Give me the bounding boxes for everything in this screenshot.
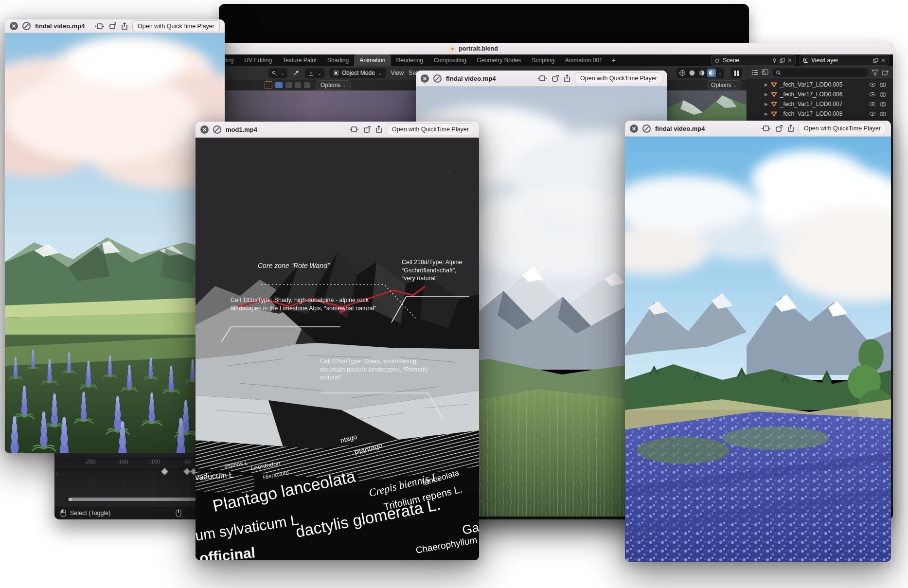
close-icon[interactable] xyxy=(200,125,209,134)
disable-render-camera-icon[interactable] xyxy=(880,92,886,97)
trim-icon[interactable] xyxy=(95,23,105,30)
tab-uv-editing[interactable]: UV Editing xyxy=(239,54,277,66)
fullscreen-icon[interactable] xyxy=(775,125,783,132)
close-icon[interactable] xyxy=(421,74,429,83)
timeline-tick: -150 xyxy=(117,459,128,464)
open-with-quicktime-button[interactable]: Open with QuickTime Player xyxy=(387,124,474,135)
hide-eye-icon[interactable] xyxy=(869,82,876,87)
expand-arrow-icon[interactable]: ▶ xyxy=(765,111,768,116)
tab-animation-001[interactable]: Animation.001 xyxy=(560,54,608,66)
filter-display-icon[interactable] xyxy=(762,69,769,76)
options-left-button[interactable]: Options⌄ xyxy=(316,80,351,90)
share-icon[interactable] xyxy=(121,22,128,30)
tool-icon[interactable] xyxy=(295,82,301,88)
flower-valley-scene xyxy=(625,137,891,562)
scroll-thumb-cap xyxy=(69,498,72,501)
tool-icon[interactable] xyxy=(285,82,292,88)
restricted-icon xyxy=(642,125,651,133)
fullscreen-icon[interactable] xyxy=(552,75,559,82)
fullscreen-icon[interactable] xyxy=(363,126,371,133)
trim-icon[interactable] xyxy=(761,125,771,132)
expand-arrow-icon[interactable]: ▶ xyxy=(765,92,768,97)
shading-solid-icon[interactable] xyxy=(688,69,696,77)
outliner-row[interactable]: ▶ _fech_Var17_LOD0.008 xyxy=(747,109,893,119)
shading-material-icon[interactable] xyxy=(697,69,706,77)
restricted-icon xyxy=(22,22,31,30)
editor-type-icon xyxy=(271,70,278,76)
timeline-tick: -50 xyxy=(183,459,192,464)
tab-rendering[interactable]: Rendering xyxy=(391,54,428,66)
outliner-row[interactable]: ▶ _fech_Var17_LOD0.007 xyxy=(747,99,893,109)
filter-funnel-icon[interactable] xyxy=(872,70,879,76)
tab-compositing[interactable]: Compositing xyxy=(428,54,472,66)
add-workspace-button[interactable]: + xyxy=(608,54,620,66)
mesh-object-icon xyxy=(771,92,777,97)
hide-eye-icon[interactable] xyxy=(869,111,876,116)
restricted-icon xyxy=(433,74,442,83)
mesh-object-icon xyxy=(771,111,777,117)
object-mode-dropdown[interactable]: Object Mode ⌄ xyxy=(329,68,386,78)
outliner-search-input[interactable] xyxy=(772,68,869,77)
expand-arrow-icon[interactable]: ▶ xyxy=(765,82,768,87)
tab-animation[interactable]: Animation xyxy=(354,54,391,66)
share-icon[interactable] xyxy=(787,125,794,132)
expand-arrow-icon[interactable]: ▶ xyxy=(765,102,768,107)
hide-eye-icon[interactable] xyxy=(869,92,876,97)
disable-render-camera-icon[interactable] xyxy=(880,82,886,87)
close-icon[interactable] xyxy=(10,22,18,30)
video-frame-lupine-meadow[interactable] xyxy=(5,33,225,453)
trim-icon[interactable] xyxy=(537,75,547,82)
options-right-button[interactable]: Options⌄ xyxy=(707,80,741,90)
viewlayer-selector[interactable]: ViewLayer xyxy=(800,55,889,66)
status-hint: Select (Toggle) xyxy=(70,510,110,517)
open-with-quicktime-button[interactable]: Open with QuickTime Player xyxy=(132,20,220,32)
disable-render-camera-icon[interactable] xyxy=(880,111,886,116)
new-collection-icon[interactable] xyxy=(882,70,889,76)
timeline-tick: -200 xyxy=(84,459,95,464)
quicklook-window-mod1: mod1.mp4 Open with QuickTime Player xyxy=(196,122,479,560)
tab-texture-paint[interactable]: Texture Paint xyxy=(277,54,322,66)
mouse-left-click-icon xyxy=(60,509,66,517)
tool-icon[interactable] xyxy=(304,82,310,88)
viewlayer-icon xyxy=(803,57,809,63)
open-with-quicktime-button[interactable]: Open with QuickTime Player xyxy=(799,123,886,134)
view-menu[interactable]: View xyxy=(391,70,404,76)
keyframe-diamond[interactable] xyxy=(161,468,169,476)
tab-scripting[interactable]: Scripting xyxy=(526,54,560,66)
video-frame-terrain-model[interactable]: Core zone “Rote Wand” Cell 218d/Type: Al… xyxy=(196,138,479,560)
shading-wireframe-icon[interactable] xyxy=(678,69,687,77)
editor-type-button[interactable]: ⌄ xyxy=(268,68,287,78)
transform-orientation-button[interactable]: ⌄ xyxy=(305,68,324,78)
panel-corner-arrow[interactable]: › xyxy=(56,471,58,476)
copy-icon[interactable] xyxy=(780,58,785,63)
trim-icon[interactable] xyxy=(349,126,359,133)
select-box-tool-icon[interactable] xyxy=(275,82,283,88)
disable-render-camera-icon[interactable] xyxy=(880,102,886,107)
pin-icon[interactable] xyxy=(772,58,777,63)
fullscreen-icon[interactable] xyxy=(109,22,117,30)
pause-button[interactable] xyxy=(731,68,742,78)
outliner-row[interactable]: ▶ _fech_Var17_LOD0.006 xyxy=(747,89,893,99)
open-with-quicktime-button[interactable]: Open with QuickTime Player xyxy=(575,72,662,84)
scene-viewlayer-bar: Scene ViewLayer xyxy=(711,54,889,66)
tab-shading[interactable]: Shading xyxy=(322,54,354,66)
close-icon[interactable] xyxy=(630,125,638,133)
close-icon[interactable] xyxy=(787,58,792,63)
share-icon[interactable] xyxy=(375,125,382,133)
shading-dropdown-arrow[interactable]: ⌄ xyxy=(717,71,723,75)
close-icon[interactable] xyxy=(881,58,886,63)
copy-icon[interactable] xyxy=(873,58,878,63)
tab-geometry-nodes[interactable]: Geometry Nodes xyxy=(472,54,527,66)
snap-arrow-icon[interactable] xyxy=(292,69,300,77)
scene-selector[interactable]: Scene xyxy=(711,55,796,66)
mesh-object-icon xyxy=(771,82,777,88)
outliner-row[interactable]: ▶ _fech_Var17_LOD0.005 xyxy=(747,80,893,89)
share-icon[interactable] xyxy=(564,74,570,82)
hide-eye-icon[interactable] xyxy=(869,102,876,107)
outliner-display-mode-icon[interactable] xyxy=(751,69,759,76)
video-frame-flower-valley[interactable] xyxy=(625,137,891,562)
restricted-icon xyxy=(213,125,221,134)
active-tool-icon[interactable] xyxy=(265,81,272,89)
shading-rendered-icon[interactable] xyxy=(707,69,716,77)
desktop: Z Y X ‹› portrait.blend ting UV Editing … xyxy=(0,0,908,588)
